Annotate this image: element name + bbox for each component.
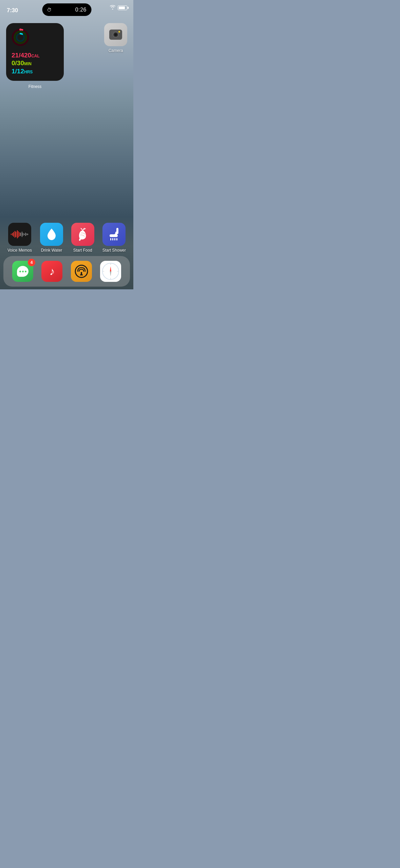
svg-rect-12 [116, 238, 117, 240]
svg-rect-8 [110, 234, 118, 237]
activity-rings [12, 29, 29, 46]
voice-memos-icon[interactable] [8, 223, 31, 246]
timer-icon: ⏱ [47, 7, 52, 13]
safari-icon[interactable] [100, 261, 121, 282]
safari-dock-item[interactable] [100, 261, 121, 282]
music-icon[interactable]: ♪ [41, 261, 62, 282]
start-food-label: Start Food [73, 248, 92, 253]
start-food-item[interactable]: Start Food [71, 223, 94, 253]
music-note-icon: ♪ [49, 265, 55, 278]
messages-dock-item[interactable]: 4 [12, 261, 33, 282]
svg-rect-11 [114, 238, 115, 240]
waveform [11, 230, 28, 239]
voice-memos-item[interactable]: Voice Memos [7, 223, 32, 253]
camera-app[interactable]: Camera [104, 23, 127, 53]
water-drop-svg [47, 228, 56, 240]
fitness-hrs: 1/12HRS [12, 68, 58, 75]
app-row: Voice Memos Drink Water [0, 223, 133, 253]
overcast-svg [74, 264, 89, 279]
overcast-dock-item[interactable] [71, 261, 92, 282]
messages-bubble [17, 266, 28, 277]
svg-rect-10 [112, 238, 113, 240]
shower-svg [107, 227, 121, 242]
messages-badge: 4 [28, 259, 35, 266]
carrot-svg [76, 228, 89, 241]
svg-rect-14 [81, 272, 82, 275]
start-food-icon[interactable] [71, 223, 94, 246]
overcast-icon[interactable] [71, 261, 92, 282]
drink-water-item[interactable]: Drink Water [40, 223, 63, 253]
dynamic-island[interactable]: ⏱ 0:26 [42, 3, 91, 16]
fitness-stats: 21/420CAL 0/30MIN 1/12HRS [12, 52, 58, 75]
voice-memos-label: Voice Memos [7, 248, 32, 253]
start-shower-icon[interactable] [102, 223, 126, 246]
music-dock-item[interactable]: ♪ [41, 261, 62, 282]
start-shower-item[interactable]: Start Shower [102, 223, 126, 253]
svg-point-4 [17, 34, 24, 41]
status-time: 7:30 [7, 7, 18, 14]
fitness-label: Fitness [6, 84, 64, 89]
fitness-cal: 21/420CAL [12, 52, 58, 59]
svg-rect-15 [80, 274, 83, 275]
dock: 4 ♪ [3, 256, 130, 287]
svg-rect-9 [110, 238, 111, 240]
safari-svg [101, 262, 120, 281]
start-shower-label: Start Shower [102, 248, 126, 253]
camera-label: Camera [109, 48, 123, 53]
svg-point-13 [75, 265, 88, 277]
drink-water-icon[interactable] [40, 223, 63, 246]
svg-point-6 [19, 29, 21, 31]
fitness-min: 0/30MIN [12, 59, 58, 67]
drink-water-label: Drink Water [41, 248, 62, 253]
camera-icon[interactable] [104, 23, 127, 46]
fitness-widget[interactable]: 21/420CAL 0/30MIN 1/12HRS [6, 23, 64, 81]
timer-value: 0:26 [75, 7, 87, 13]
